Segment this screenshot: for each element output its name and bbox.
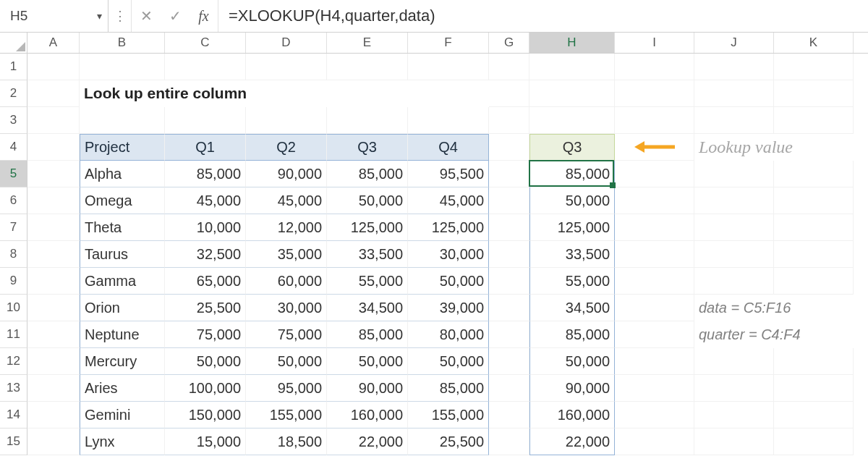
spill-cell[interactable]: 125,000 xyxy=(529,214,615,241)
table-row-project[interactable]: Orion xyxy=(80,295,165,321)
table-row-project[interactable]: Gamma xyxy=(80,268,165,295)
table-cell[interactable]: 32,500 xyxy=(165,241,246,268)
table-cell[interactable]: 125,000 xyxy=(408,214,489,241)
table-cell[interactable]: 50,000 xyxy=(327,348,408,375)
table-cell[interactable]: 50,000 xyxy=(246,348,327,375)
empty-cell[interactable] xyxy=(694,348,774,375)
table-row-project[interactable]: Theta xyxy=(80,214,165,241)
empty-cell[interactable] xyxy=(27,348,80,375)
table-cell[interactable]: 50,000 xyxy=(408,348,489,375)
table-cell[interactable]: 39,000 xyxy=(408,295,489,321)
table-cell[interactable]: 85,000 xyxy=(165,161,246,187)
col-header-B[interactable]: B xyxy=(80,33,165,53)
empty-cell[interactable] xyxy=(529,107,615,134)
empty-cell[interactable] xyxy=(615,54,694,80)
row-header-1[interactable]: 1 xyxy=(0,54,27,80)
table-cell[interactable]: 50,000 xyxy=(327,187,408,214)
empty-cell[interactable] xyxy=(615,402,694,428)
empty-cell[interactable] xyxy=(694,54,774,80)
spill-cell[interactable]: 50,000 xyxy=(529,187,615,214)
empty-cell[interactable] xyxy=(489,348,529,375)
table-cell[interactable]: 45,000 xyxy=(246,187,327,214)
table-row-project[interactable]: Lynx xyxy=(80,428,165,455)
row-header-5[interactable]: 5 xyxy=(0,161,27,187)
row-header-14[interactable]: 14 xyxy=(0,402,27,428)
spill-cell[interactable]: 34,500 xyxy=(529,295,615,321)
empty-cell[interactable] xyxy=(615,80,694,107)
table-row-project[interactable]: Alpha xyxy=(80,161,165,187)
table-header-q3[interactable]: Q3 xyxy=(327,134,408,161)
table-cell[interactable]: 34,500 xyxy=(327,295,408,321)
table-cell[interactable]: 50,000 xyxy=(165,348,246,375)
empty-cell[interactable] xyxy=(165,107,246,134)
empty-cell[interactable] xyxy=(694,187,774,214)
table-cell[interactable]: 160,000 xyxy=(327,402,408,428)
row-header-15[interactable]: 15 xyxy=(0,428,27,455)
empty-cell[interactable] xyxy=(489,295,529,321)
empty-cell[interactable] xyxy=(615,375,694,402)
fx-icon[interactable]: fx xyxy=(190,0,218,32)
table-cell[interactable]: 45,000 xyxy=(165,187,246,214)
col-header-J[interactable]: J xyxy=(694,33,774,53)
row-header-13[interactable]: 13 xyxy=(0,375,27,402)
table-cell[interactable]: 80,000 xyxy=(408,321,489,348)
empty-cell[interactable] xyxy=(27,187,80,214)
empty-cell[interactable] xyxy=(27,214,80,241)
formula-input[interactable]: =XLOOKUP(H4,quarter,data) xyxy=(218,0,868,32)
empty-cell[interactable] xyxy=(774,80,854,107)
lookup-header[interactable]: Q3 xyxy=(529,134,615,161)
empty-cell[interactable] xyxy=(246,107,327,134)
table-cell[interactable]: 25,500 xyxy=(408,428,489,455)
spill-cell[interactable]: 55,000 xyxy=(529,268,615,295)
empty-cell[interactable] xyxy=(694,241,774,268)
empty-cell[interactable] xyxy=(246,54,327,80)
cancel-icon[interactable]: ✕ xyxy=(132,0,161,32)
empty-cell[interactable] xyxy=(27,241,80,268)
empty-cell[interactable] xyxy=(529,80,615,107)
empty-cell[interactable] xyxy=(694,402,774,428)
table-row-project[interactable]: Mercury xyxy=(80,348,165,375)
empty-cell[interactable] xyxy=(489,214,529,241)
empty-cell[interactable] xyxy=(489,54,529,80)
empty-cell[interactable] xyxy=(615,321,694,348)
empty-cell[interactable] xyxy=(774,402,854,428)
row-header-7[interactable]: 7 xyxy=(0,214,27,241)
table-header-project[interactable]: Project xyxy=(80,134,165,161)
table-header-q4[interactable]: Q4 xyxy=(408,134,489,161)
empty-cell[interactable] xyxy=(489,428,529,455)
empty-cell[interactable] xyxy=(774,268,854,295)
row-header-8[interactable]: 8 xyxy=(0,241,27,268)
table-cell[interactable]: 22,000 xyxy=(327,428,408,455)
empty-cell[interactable] xyxy=(529,54,615,80)
empty-cell[interactable] xyxy=(615,348,694,375)
empty-cell[interactable] xyxy=(615,187,694,214)
empty-cell[interactable] xyxy=(27,107,80,134)
table-row-project[interactable]: Omega xyxy=(80,187,165,214)
spill-cell[interactable]: 50,000 xyxy=(529,348,615,375)
empty-cell[interactable] xyxy=(408,107,489,134)
row-header-6[interactable]: 6 xyxy=(0,187,27,214)
table-cell[interactable]: 12,000 xyxy=(246,214,327,241)
empty-cell[interactable] xyxy=(27,161,80,187)
empty-cell[interactable] xyxy=(80,54,165,80)
table-cell[interactable]: 50,000 xyxy=(408,268,489,295)
empty-cell[interactable] xyxy=(694,428,774,455)
empty-cell[interactable] xyxy=(615,214,694,241)
table-header-q2[interactable]: Q2 xyxy=(246,134,327,161)
chevron-down-icon[interactable]: ▾ xyxy=(97,10,102,22)
empty-cell[interactable] xyxy=(27,268,80,295)
table-cell[interactable]: 85,000 xyxy=(327,321,408,348)
col-header-G[interactable]: G xyxy=(489,33,529,53)
table-cell[interactable]: 33,500 xyxy=(327,241,408,268)
empty-cell[interactable] xyxy=(489,161,529,187)
col-header-I[interactable]: I xyxy=(615,33,694,53)
empty-cell[interactable] xyxy=(774,348,854,375)
table-cell[interactable]: 95,500 xyxy=(408,161,489,187)
table-row-project[interactable]: Gemini xyxy=(80,402,165,428)
empty-cell[interactable] xyxy=(489,187,529,214)
table-cell[interactable]: 100,000 xyxy=(165,375,246,402)
empty-cell[interactable] xyxy=(774,241,854,268)
empty-cell[interactable] xyxy=(615,268,694,295)
empty-cell[interactable] xyxy=(489,321,529,348)
empty-cell[interactable] xyxy=(615,107,694,134)
